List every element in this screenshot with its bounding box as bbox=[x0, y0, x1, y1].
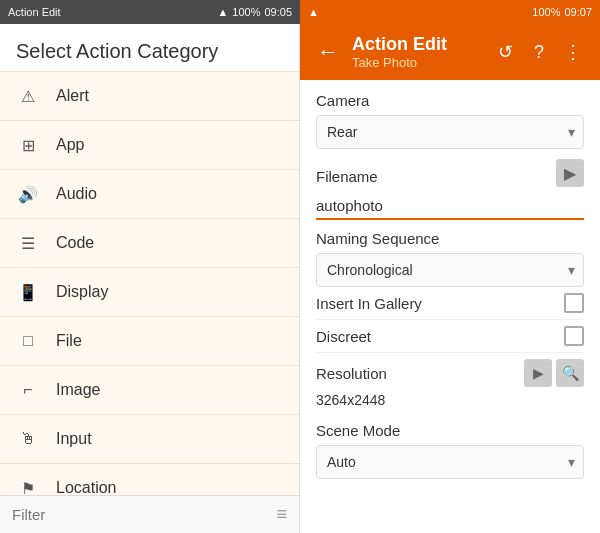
filename-input[interactable] bbox=[316, 193, 584, 218]
input-label: Input bbox=[56, 430, 92, 448]
image-label: Image bbox=[56, 381, 100, 399]
camera-label: Camera bbox=[316, 92, 584, 109]
right-time: 09:07 bbox=[564, 6, 592, 18]
category-item-code[interactable]: ☰Code bbox=[0, 219, 299, 268]
filename-header-row: Filename ▶ bbox=[316, 149, 584, 193]
right-status-bar: ▲ 100% 09:07 bbox=[300, 0, 600, 24]
filename-label: Filename bbox=[316, 168, 378, 185]
resolution-label: Resolution bbox=[316, 365, 387, 382]
image-icon: ⌐ bbox=[16, 378, 40, 402]
audio-label: Audio bbox=[56, 185, 97, 203]
location-label: Location bbox=[56, 479, 117, 495]
insert-gallery-label: Insert In Gallery bbox=[316, 295, 422, 312]
resolution-header-row: Resolution ▶ 🔍 bbox=[316, 357, 584, 388]
form-content: Camera Rear Front ▾ Filename ▶ Naming Se… bbox=[300, 80, 600, 533]
left-app-name: Action Edit bbox=[8, 6, 61, 18]
alert-label: Alert bbox=[56, 87, 89, 105]
naming-select[interactable]: Chronological Sequential Date bbox=[317, 254, 583, 286]
filter-list-icon: ≡ bbox=[276, 504, 287, 525]
category-item-display[interactable]: 📱Display bbox=[0, 268, 299, 317]
resolution-icons: ▶ 🔍 bbox=[524, 359, 584, 387]
camera-select-wrapper: Rear Front ▾ bbox=[316, 115, 584, 149]
scene-select[interactable]: Auto Portrait Landscape bbox=[317, 446, 583, 478]
filename-action-icon[interactable]: ▶ bbox=[556, 159, 584, 187]
location-icon: ⚑ bbox=[16, 476, 40, 495]
code-label: Code bbox=[56, 234, 94, 252]
filter-bar: ≡ bbox=[0, 495, 299, 533]
category-list: ⚠Alert⊞App🔊Audio☰Code📱Display□File⌐Image… bbox=[0, 72, 299, 495]
camera-select[interactable]: Rear Front bbox=[317, 116, 583, 148]
discreet-checkbox[interactable] bbox=[564, 326, 584, 346]
filename-input-row bbox=[316, 193, 584, 220]
resolution-value: 3264x2448 bbox=[316, 388, 584, 412]
category-item-audio[interactable]: 🔊Audio bbox=[0, 170, 299, 219]
scene-mode-label: Scene Mode bbox=[316, 422, 584, 439]
insert-gallery-row: Insert In Gallery bbox=[316, 287, 584, 320]
file-icon: □ bbox=[16, 329, 40, 353]
category-item-file[interactable]: □File bbox=[0, 317, 299, 366]
category-item-app[interactable]: ⊞App bbox=[0, 121, 299, 170]
left-panel: Select Action Category ⚠Alert⊞App🔊Audio☰… bbox=[0, 24, 300, 533]
discreet-label: Discreet bbox=[316, 328, 371, 345]
display-icon: 📱 bbox=[16, 280, 40, 304]
left-time: 09:05 bbox=[264, 6, 292, 18]
app-icon: ⊞ bbox=[16, 133, 40, 157]
header-subtitle: Take Photo bbox=[352, 55, 482, 70]
right-battery: 100% bbox=[532, 6, 560, 18]
category-item-image[interactable]: ⌐Image bbox=[0, 366, 299, 415]
scene-select-wrapper: Auto Portrait Landscape ▾ bbox=[316, 445, 584, 479]
back-button[interactable]: ← bbox=[312, 36, 344, 68]
refresh-button[interactable]: ↺ bbox=[490, 37, 520, 67]
header-actions: ↺ ? ⋮ bbox=[490, 37, 588, 67]
header-title: Action Edit bbox=[352, 34, 482, 56]
right-panel: ← Action Edit Take Photo ↺ ? ⋮ Camera Re… bbox=[300, 24, 600, 533]
input-icon: 🖱 bbox=[16, 427, 40, 451]
category-item-location[interactable]: ⚑Location bbox=[0, 464, 299, 495]
file-label: File bbox=[56, 332, 82, 350]
right-signal-icon: ▲ bbox=[308, 6, 319, 18]
left-battery: 100% bbox=[232, 6, 260, 18]
header-title-block: Action Edit Take Photo bbox=[352, 34, 482, 71]
insert-gallery-checkbox[interactable] bbox=[564, 293, 584, 313]
help-button[interactable]: ? bbox=[524, 37, 554, 67]
app-label: App bbox=[56, 136, 84, 154]
audio-icon: 🔊 bbox=[16, 182, 40, 206]
naming-label: Naming Sequence bbox=[316, 230, 584, 247]
alert-icon: ⚠ bbox=[16, 84, 40, 108]
action-edit-header: ← Action Edit Take Photo ↺ ? ⋮ bbox=[300, 24, 600, 80]
category-panel-title: Select Action Category bbox=[0, 24, 299, 72]
discreet-row: Discreet bbox=[316, 320, 584, 353]
display-label: Display bbox=[56, 283, 108, 301]
left-signal-icon: ▲ bbox=[217, 6, 228, 18]
category-item-input[interactable]: 🖱Input bbox=[0, 415, 299, 464]
naming-select-wrapper: Chronological Sequential Date ▾ bbox=[316, 253, 584, 287]
more-button[interactable]: ⋮ bbox=[558, 37, 588, 67]
resolution-search-icon[interactable]: 🔍 bbox=[556, 359, 584, 387]
left-status-bar: Action Edit ▲ 100% 09:05 bbox=[0, 0, 300, 24]
code-icon: ☰ bbox=[16, 231, 40, 255]
resolution-action-icon[interactable]: ▶ bbox=[524, 359, 552, 387]
filter-input[interactable] bbox=[12, 506, 268, 523]
category-item-alert[interactable]: ⚠Alert bbox=[0, 72, 299, 121]
